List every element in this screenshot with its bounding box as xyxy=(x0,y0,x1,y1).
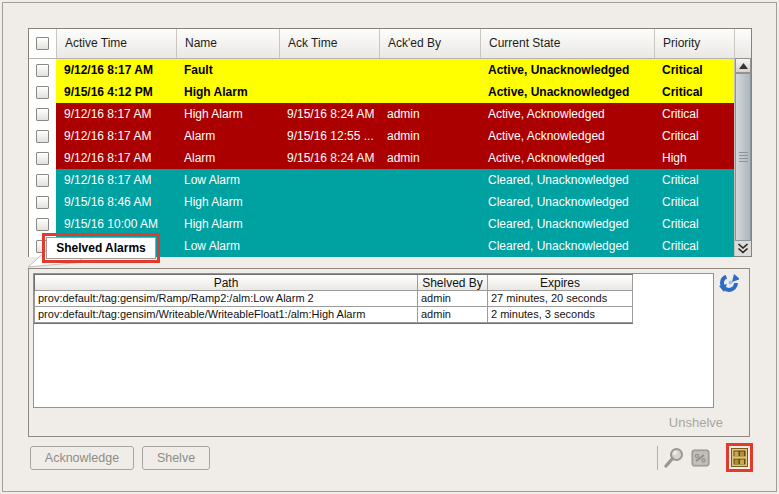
row-checkbox[interactable] xyxy=(36,64,49,77)
cell-active-time: 9/15/16 8:46 AM xyxy=(56,191,176,213)
column-header-priority[interactable]: Priority xyxy=(655,29,735,58)
checkbox-cell xyxy=(29,191,56,213)
cell-ack-time xyxy=(279,213,379,235)
search-button[interactable] xyxy=(663,447,685,469)
column-header-ack-time[interactable]: Ack Time xyxy=(280,29,380,58)
checkbox-cell xyxy=(29,103,56,125)
double-chevron-down-icon xyxy=(737,243,749,254)
edit-button[interactable] xyxy=(691,449,711,468)
cell-expires: 2 minutes, 3 seconds xyxy=(488,307,633,323)
cell-shelved-by: admin xyxy=(418,291,488,307)
acknowledge-button[interactable]: Acknowledge xyxy=(30,446,134,470)
row-checkbox[interactable] xyxy=(36,130,49,143)
shelved-row[interactable]: prov:default:/tag:gensim/Ramp/Ramp2:/alm… xyxy=(34,291,632,307)
row-checkbox[interactable] xyxy=(36,196,49,209)
vertical-scrollbar[interactable] xyxy=(734,58,751,256)
cell-ack-time: 9/15/16 8:24 AM xyxy=(279,103,379,125)
row-checkbox[interactable] xyxy=(36,218,49,231)
cell-ack-time xyxy=(279,169,379,191)
cell-current-state: Cleared, Unacknowledged xyxy=(480,213,654,235)
column-header-shelved-by[interactable]: Shelved By xyxy=(418,275,488,291)
cell-priority: High xyxy=(654,147,734,169)
chevron-up-icon xyxy=(739,63,748,69)
cell-current-state: Cleared, Unacknowledged xyxy=(480,191,654,213)
cell-current-state: Active, Acknowledged xyxy=(480,103,654,125)
cell-priority: Critical xyxy=(654,59,734,81)
cell-name: High Alarm xyxy=(176,213,279,235)
cell-ack-time xyxy=(279,81,379,103)
checkbox-cell xyxy=(29,213,56,235)
column-header-current-state[interactable]: Current State xyxy=(481,29,655,58)
cell-active-time: 9/15/16 4:12 PM xyxy=(56,81,176,103)
cell-current-state: Active, Unacknowledged xyxy=(480,59,654,81)
alarm-row[interactable]: 9/12/16 8:17 AM Fault Active, Unacknowle… xyxy=(29,59,751,81)
thumb-grip xyxy=(739,158,748,159)
scroll-up-button[interactable] xyxy=(735,58,751,73)
thumb-grip xyxy=(739,155,748,156)
refresh-button[interactable] xyxy=(719,273,739,293)
thumb-grip xyxy=(739,161,748,162)
shelved-row[interactable]: prov:default:/tag:gensim/Writeable/Write… xyxy=(34,307,632,323)
cell-acked-by xyxy=(379,191,480,213)
alarm-row[interactable]: 9/15/16 4:12 PM High Alarm Active, Unack… xyxy=(29,81,751,103)
shelve-button[interactable]: Shelve xyxy=(142,446,210,470)
cell-acked-by xyxy=(379,235,480,257)
alarm-row[interactable]: 9/15/16 10:00 AM High Alarm Cleared, Una… xyxy=(29,213,751,235)
thumb-grip xyxy=(739,152,748,153)
cell-path: prov:default:/tag:gensim/Writeable/Write… xyxy=(35,307,418,323)
cell-ack-time xyxy=(279,59,379,81)
cell-current-state: Cleared, Unacknowledged xyxy=(480,235,654,257)
checkbox-cell xyxy=(29,125,56,147)
search-icon xyxy=(663,447,685,469)
column-header-name[interactable]: Name xyxy=(177,29,280,58)
row-checkbox[interactable] xyxy=(36,174,49,187)
cell-ack-time: 9/15/16 8:24 AM xyxy=(279,147,379,169)
row-checkbox[interactable] xyxy=(36,152,49,165)
cell-priority: Critical xyxy=(654,81,734,103)
cell-ack-time xyxy=(279,235,379,257)
alarm-row[interactable]: 9/12/16 8:17 AM High Alarm 9/15/16 8:24 … xyxy=(29,103,751,125)
cell-active-time: 9/12/16 8:17 AM xyxy=(56,147,176,169)
scrollbar-thumb[interactable] xyxy=(735,73,751,241)
alarm-row[interactable]: 9/12/16 8:17 AM Low Alarm Cleared, Unack… xyxy=(29,169,751,191)
alarm-row[interactable]: 9/15/16 8:46 AM High Alarm Cleared, Unac… xyxy=(29,191,751,213)
alarm-row[interactable]: 9/12/16 8:17 AM Alarm 9/15/16 8:24 AM ad… xyxy=(29,147,751,169)
column-header-active-time[interactable]: Active Time xyxy=(57,29,177,58)
edit-icon xyxy=(691,449,711,468)
alarm-row[interactable]: 9/12/16 8:17 AM Alarm 9/15/16 12:55 ... … xyxy=(29,125,751,147)
select-all-cell xyxy=(29,29,57,58)
cell-acked-by: admin xyxy=(379,147,480,169)
shelved-alarms-table: Path Shelved By Expires prov:default:/ta… xyxy=(34,274,633,324)
shelved-alarms-icon xyxy=(731,448,748,467)
cell-acked-by xyxy=(379,81,480,103)
cell-acked-by xyxy=(379,169,480,191)
cell-shelved-by: admin xyxy=(418,307,488,323)
unshelve-button[interactable]: Unshelve xyxy=(669,415,723,430)
cell-expires: 27 minutes, 20 seconds xyxy=(488,291,633,307)
cell-priority: Critical xyxy=(654,213,734,235)
shelved-alarms-tooltip: Shelved Alarms xyxy=(46,237,156,259)
shelved-alarms-view-button[interactable] xyxy=(731,448,748,467)
cell-ack-time xyxy=(279,191,379,213)
cell-active-time: 9/12/16 8:17 AM xyxy=(56,169,176,191)
cell-priority: Critical xyxy=(654,103,734,125)
row-checkbox[interactable] xyxy=(36,86,49,99)
scroll-more-button[interactable] xyxy=(735,240,751,256)
cell-priority: Critical xyxy=(654,169,734,191)
cell-priority: Critical xyxy=(654,125,734,147)
cell-name: High Alarm xyxy=(176,191,279,213)
select-all-checkbox[interactable] xyxy=(36,37,49,50)
column-header-acked-by[interactable]: Ack'ed By xyxy=(380,29,481,58)
cell-active-time: 9/12/16 8:17 AM xyxy=(56,125,176,147)
cell-active-time: 9/12/16 8:17 AM xyxy=(56,59,176,81)
row-checkbox[interactable] xyxy=(36,108,49,121)
cell-current-state: Cleared, Unacknowledged xyxy=(480,169,654,191)
shelved-table-header: Path Shelved By Expires xyxy=(34,274,632,291)
cell-priority: Critical xyxy=(654,191,734,213)
column-header-path[interactable]: Path xyxy=(35,275,418,291)
checkbox-cell xyxy=(29,81,56,103)
checkbox-cell xyxy=(29,59,56,81)
column-header-expires[interactable]: Expires xyxy=(488,275,633,291)
cell-name: Fault xyxy=(176,59,279,81)
shelved-alarms-panel: Path Shelved By Expires prov:default:/ta… xyxy=(28,268,750,437)
